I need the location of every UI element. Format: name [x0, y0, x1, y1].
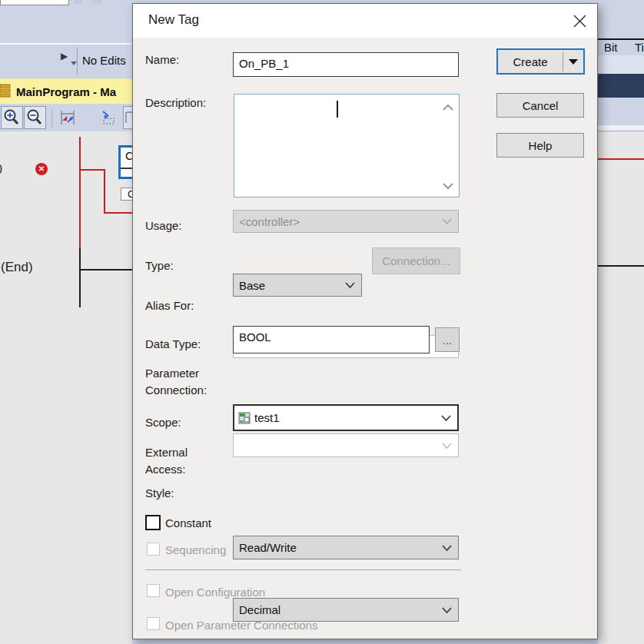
data-type-browse-button[interactable]: ...	[435, 327, 460, 352]
new-rung-button[interactable]	[97, 106, 120, 129]
style-value: Decimal	[239, 603, 281, 616]
rung-icon	[98, 108, 118, 127]
name-input[interactable]: On_PB_1	[233, 52, 459, 77]
cancel-button[interactable]: Cancel	[496, 93, 584, 118]
toolbar-combo-remnant	[0, 0, 69, 5]
toolbar-separator	[77, 47, 78, 75]
type-value: Base	[239, 279, 265, 292]
branch-tool-button[interactable]	[57, 106, 80, 129]
rung-number: 0	[0, 163, 2, 177]
description-textarea[interactable]	[234, 94, 460, 198]
operand-box[interactable]: C	[121, 188, 132, 201]
zoom-out-button[interactable]	[24, 106, 46, 129]
name-label: Name:	[145, 53, 179, 66]
chevron-up-icon	[443, 104, 453, 111]
ladder-branch-wire	[79, 169, 105, 171]
type-label: Type:	[145, 259, 174, 272]
sequencing-checkbox	[147, 543, 160, 556]
create-button-label[interactable]: Create	[498, 50, 563, 73]
ladder-rung-wire	[598, 158, 644, 160]
palette-toolbar-band	[598, 74, 644, 98]
toolbar-partial-button[interactable]	[123, 106, 132, 129]
chevron-down-icon	[442, 443, 452, 449]
chevron-down-icon	[442, 607, 452, 613]
style-label: Style:	[145, 486, 174, 500]
external-access-label-1: External	[145, 446, 188, 459]
end-rung-label: (End)	[1, 260, 33, 275]
parameter-connection-select	[233, 433, 459, 457]
ladder-editor[interactable]: 0 ✕ (End) C C	[0, 131, 132, 644]
chevron-down-icon	[441, 415, 451, 421]
branch-icon	[58, 108, 78, 127]
open-parameter-connections-checkbox	[147, 617, 160, 630]
help-button[interactable]: Help	[496, 133, 584, 158]
connection-button: Connection...	[372, 247, 460, 274]
data-type-label: Data Type:	[145, 337, 201, 350]
create-dropdown[interactable]	[563, 50, 583, 73]
dialog-titlebar[interactable]: New Tag	[133, 4, 597, 38]
palette-row	[598, 55, 644, 74]
program-icon	[0, 82, 12, 101]
description-label: Description:	[145, 96, 206, 109]
zoom-out-icon	[26, 108, 45, 127]
type-select[interactable]: Base	[233, 274, 362, 297]
usage-label: Usage:	[145, 219, 182, 232]
ladder-rail	[79, 248, 81, 307]
tab-bit[interactable]: Bit	[604, 41, 618, 54]
parameter-connection-label-2: Connection:	[145, 383, 207, 397]
close-button[interactable]	[569, 12, 589, 30]
chevron-down-icon	[345, 282, 355, 288]
tab-timer[interactable]: Ti	[635, 41, 644, 54]
scope-select[interactable]: test1	[233, 404, 459, 431]
scope-label: Scope:	[145, 416, 181, 429]
selected-instruction[interactable]: C	[118, 145, 132, 179]
ladder-branch-wire	[104, 169, 105, 214]
usage-select: <controller>	[233, 210, 459, 233]
external-access-label-2: Access:	[145, 463, 186, 476]
rslogix-window: ▶ No Edits MainProgram - Ma	[0, 0, 644, 644]
dialog-separator	[145, 569, 461, 570]
data-type-input[interactable]: BOOL	[233, 326, 430, 354]
alias-for-label: Alias For:	[145, 299, 194, 312]
zoom-in-icon	[3, 108, 22, 127]
scroll-up-button[interactable]	[442, 102, 454, 111]
external-access-value: Read/Write	[239, 541, 297, 554]
play-icon[interactable]: ▶	[61, 51, 68, 61]
open-parameter-connections-label: Open Parameter Connections	[165, 619, 317, 632]
toolbar-separator	[51, 109, 52, 128]
chevron-down-icon	[442, 218, 452, 224]
usage-value: <controller>	[239, 215, 300, 228]
toolbar-divider	[0, 43, 132, 45]
open-configuration-label: Open Configuration	[165, 586, 265, 599]
program-tab-title: MainProgram - Ma	[16, 85, 116, 98]
ladder-editor-right	[598, 131, 644, 644]
dialog-title: New Tag	[148, 12, 199, 28]
parameter-connection-label-1: Parameter	[145, 367, 199, 380]
zoom-in-button[interactable]	[1, 106, 23, 129]
chevron-down-icon	[443, 183, 453, 190]
toolbar-icon-remnant	[74, 0, 82, 4]
toolbar-partial-icon	[124, 108, 132, 127]
open-configuration-checkbox	[147, 584, 160, 597]
controller-icon	[238, 411, 251, 425]
create-button[interactable]: Create	[496, 48, 585, 75]
toolbar-icon-remnant	[92, 0, 101, 4]
close-icon	[573, 15, 586, 28]
edits-status-label: No Edits	[82, 54, 126, 67]
chevron-down-icon	[442, 545, 452, 551]
ladder-rail-error	[79, 137, 81, 248]
operand-text: C	[125, 149, 132, 162]
new-tag-dialog: New Tag Name: On_PB_1 Create Description…	[132, 3, 598, 639]
program-tab-bar[interactable]: MainProgram - Ma	[0, 78, 132, 104]
scroll-down-button[interactable]	[442, 181, 454, 191]
end-rung-wire	[598, 265, 644, 267]
constant-label: Constant	[165, 516, 211, 529]
ladder-branch-wire	[104, 212, 132, 214]
chevron-down-icon	[569, 59, 578, 65]
chevron-down-icon[interactable]	[71, 61, 77, 65]
sequencing-label: Sequencing	[165, 543, 226, 556]
rung-error-icon: ✕	[35, 163, 48, 175]
external-access-select[interactable]: Read/Write	[233, 536, 459, 559]
constant-checkbox[interactable]	[145, 515, 161, 530]
scope-value: test1	[254, 411, 280, 424]
